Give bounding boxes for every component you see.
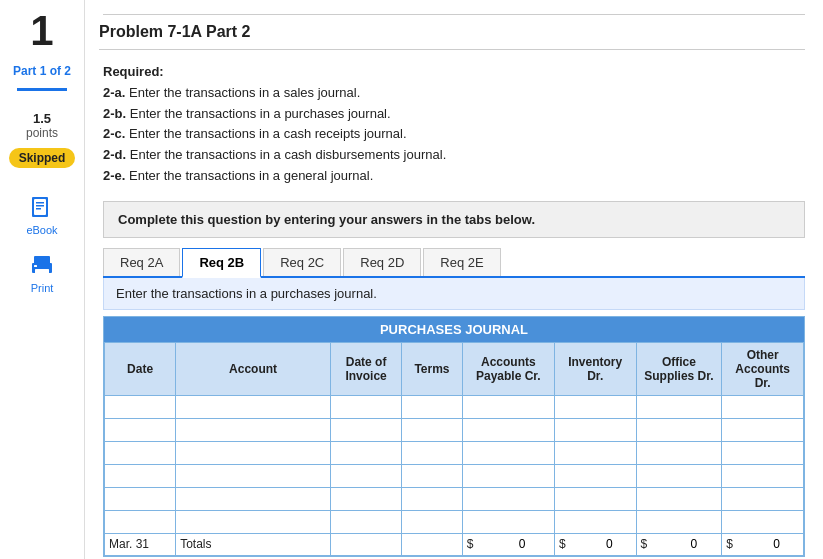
cell-office[interactable] <box>636 487 722 510</box>
cell-other[interactable] <box>722 395 804 418</box>
cell-ap[interactable] <box>462 395 554 418</box>
problem-title: Problem 7-1A Part 2 <box>99 23 805 50</box>
cell-terms[interactable] <box>402 418 463 441</box>
tab-req2d[interactable]: Req 2D <box>343 248 421 276</box>
tab-content-label: Enter the transactions in a purchases jo… <box>103 278 805 310</box>
ebook-button[interactable]: eBook <box>26 194 57 236</box>
cell-office[interactable] <box>636 395 722 418</box>
cell-other[interactable] <box>722 441 804 464</box>
req-2c-id: 2-c. <box>103 126 125 141</box>
total-office[interactable]: $ <box>636 533 722 555</box>
part-progress-bar <box>17 88 67 91</box>
cell-ap[interactable] <box>462 464 554 487</box>
cell-inv[interactable] <box>554 487 636 510</box>
cell-other[interactable] <box>722 487 804 510</box>
ap-value-input[interactable] <box>476 537 526 551</box>
total-inv[interactable]: $ <box>554 533 636 555</box>
svg-rect-7 <box>35 269 49 275</box>
req-2c-text: Enter the transactions in a cash receipt… <box>129 126 406 141</box>
req-2a-id: 2-a. <box>103 85 125 100</box>
ap-dollar: $ <box>467 537 474 551</box>
points-value: 1.5 <box>26 111 58 126</box>
required-label: Required: <box>103 64 164 79</box>
totals-row: Mar. 31 Totals $ $ <box>105 533 804 555</box>
cell-date[interactable] <box>105 510 176 533</box>
print-button[interactable]: Print <box>28 252 56 294</box>
col-other-accounts: OtherAccounts Dr. <box>722 342 804 395</box>
journal-title: PURCHASES JOURNAL <box>104 317 804 342</box>
tab-req2c[interactable]: Req 2C <box>263 248 341 276</box>
ebook-label: eBook <box>26 224 57 236</box>
cell-other[interactable] <box>722 464 804 487</box>
journal-table: Date Account Date ofInvoice Terms Accoun… <box>104 342 804 556</box>
cell-account[interactable] <box>176 464 331 487</box>
table-row <box>105 487 804 510</box>
table-row <box>105 395 804 418</box>
req-2d-id: 2-d. <box>103 147 126 162</box>
office-value-input[interactable] <box>649 537 697 551</box>
tab-req2e[interactable]: Req 2E <box>423 248 500 276</box>
cell-terms[interactable] <box>402 464 463 487</box>
tab-req2a[interactable]: Req 2A <box>103 248 180 276</box>
tab-req2b[interactable]: Req 2B <box>182 248 261 278</box>
cell-office[interactable] <box>636 441 722 464</box>
total-other[interactable]: $ <box>722 533 804 555</box>
cell-office[interactable] <box>636 510 722 533</box>
problem-number: 1 <box>30 10 53 52</box>
cell-date[interactable] <box>105 464 176 487</box>
req-2e-text: Enter the transactions in a general jour… <box>129 168 373 183</box>
cell-terms[interactable] <box>402 395 463 418</box>
svg-rect-3 <box>36 205 44 207</box>
svg-rect-4 <box>36 208 41 210</box>
cell-account[interactable] <box>176 395 331 418</box>
cell-ap[interactable] <box>462 441 554 464</box>
cell-inv[interactable] <box>554 418 636 441</box>
cell-inv[interactable] <box>554 464 636 487</box>
cell-date[interactable] <box>105 418 176 441</box>
col-terms: Terms <box>402 342 463 395</box>
cell-inv[interactable] <box>554 441 636 464</box>
cell-date-inv[interactable] <box>331 510 402 533</box>
cell-office[interactable] <box>636 464 722 487</box>
req-2d-text: Enter the transactions in a cash disburs… <box>130 147 447 162</box>
required-section: Required: 2-a. Enter the transactions in… <box>103 62 805 187</box>
total-label: Totals <box>176 533 331 555</box>
ebook-icon <box>28 194 56 222</box>
cell-ap[interactable] <box>462 510 554 533</box>
col-account: Account <box>176 342 331 395</box>
table-row <box>105 441 804 464</box>
cell-date[interactable] <box>105 441 176 464</box>
total-ap[interactable]: $ <box>462 533 554 555</box>
cell-account[interactable] <box>176 510 331 533</box>
req-2b-text: Enter the transactions in a purchases jo… <box>130 106 391 121</box>
col-accounts-payable: AccountsPayable Cr. <box>462 342 554 395</box>
inv-value-input[interactable] <box>568 537 613 551</box>
cell-inv[interactable] <box>554 395 636 418</box>
total-date: Mar. 31 <box>105 533 176 555</box>
table-row <box>105 418 804 441</box>
req-2b-id: 2-b. <box>103 106 126 121</box>
cell-date-inv[interactable] <box>331 487 402 510</box>
cell-date-inv[interactable] <box>331 464 402 487</box>
cell-date[interactable] <box>105 487 176 510</box>
cell-account[interactable] <box>176 441 331 464</box>
other-value-input[interactable] <box>735 537 780 551</box>
cell-terms[interactable] <box>402 487 463 510</box>
cell-date-inv[interactable] <box>331 418 402 441</box>
cell-other[interactable] <box>722 418 804 441</box>
cell-terms[interactable] <box>402 510 463 533</box>
cell-inv[interactable] <box>554 510 636 533</box>
cell-terms[interactable] <box>402 441 463 464</box>
points-label: points <box>26 126 58 140</box>
cell-account[interactable] <box>176 487 331 510</box>
cell-other[interactable] <box>722 510 804 533</box>
cell-account[interactable] <box>176 418 331 441</box>
cell-ap[interactable] <box>462 418 554 441</box>
cell-office[interactable] <box>636 418 722 441</box>
cell-date-inv[interactable] <box>331 441 402 464</box>
cell-ap[interactable] <box>462 487 554 510</box>
cell-date-inv[interactable] <box>331 395 402 418</box>
journal-container: PURCHASES JOURNAL Date Account Date ofIn… <box>103 316 805 557</box>
other-dollar: $ <box>726 537 733 551</box>
cell-date[interactable] <box>105 395 176 418</box>
